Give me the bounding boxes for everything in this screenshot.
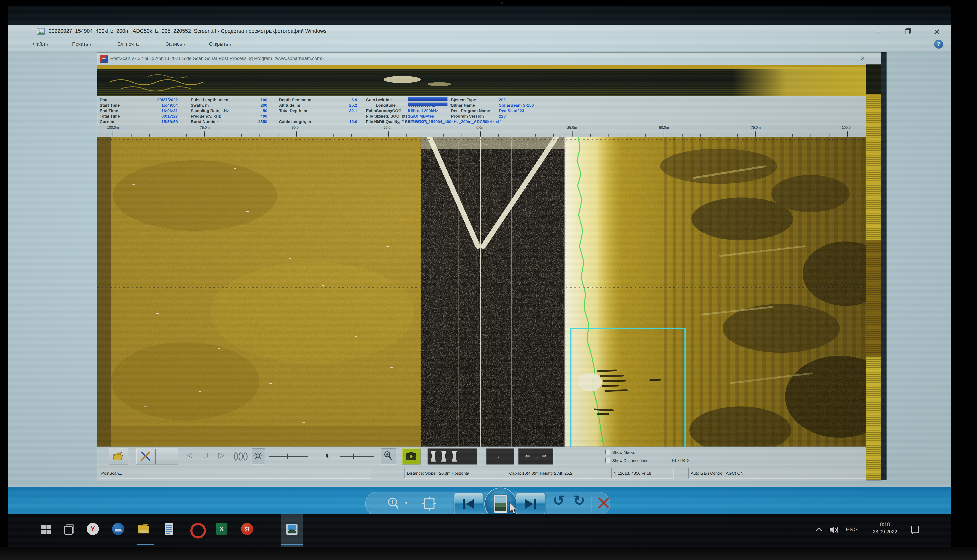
delete-icon[interactable] <box>597 496 610 510</box>
show-marks-checkbox[interactable] <box>605 450 610 455</box>
opera-icon[interactable] <box>190 523 206 538</box>
ruler-label: 50.0m <box>292 126 302 130</box>
yandex-browser-icon[interactable]: Y <box>87 523 99 535</box>
contrast-icon[interactable]: ◐ <box>325 450 331 460</box>
brightness-slider[interactable] <box>269 456 308 457</box>
yandex-app-icon[interactable]: Я <box>241 523 253 535</box>
fit-size-icon[interactable] <box>422 496 437 511</box>
chevron-down-icon: ▾ <box>90 43 92 47</box>
chevron-down-icon: ▾ <box>183 43 185 47</box>
ruler-minor-ticks <box>97 134 866 137</box>
previous-button[interactable] <box>454 493 483 515</box>
document-viewer-icon[interactable] <box>164 523 178 537</box>
show-marks-row[interactable]: Show Marks <box>605 450 635 455</box>
rotate-ccw-icon[interactable]: ↺ <box>553 492 565 508</box>
status-distance: Distance: Slope= 20.3m Horizonta <box>405 468 509 478</box>
menu-print[interactable]: Печать▾ <box>72 41 91 47</box>
slider-handle[interactable] <box>353 453 354 459</box>
close-icon: × <box>860 54 865 62</box>
contrast-slider[interactable] <box>340 456 374 457</box>
postscan-app-icon <box>100 55 108 63</box>
postscan-statusbar: PostScan... Distance: Slope= 20.3m Horiz… <box>97 466 866 481</box>
menu-burn[interactable]: Запись▾ <box>166 41 185 47</box>
telemetry-system-group: System Type202 Sonar NameSonarBeam S-150… <box>451 97 588 119</box>
file-explorer-icon[interactable] <box>138 523 152 537</box>
brightness-button[interactable] <box>252 448 265 465</box>
tray-date: 28.09.2022 <box>865 529 905 535</box>
notification-icon[interactable] <box>911 526 919 533</box>
capture-button[interactable] <box>402 448 420 465</box>
arrows-inward-icon: →← <box>494 453 506 459</box>
chevron-down-icon: ▾ <box>47 43 48 47</box>
photo-viewer-app-icon <box>37 28 45 35</box>
minimize-button[interactable] <box>871 27 885 36</box>
photo-viewer-task-button[interactable] <box>281 514 303 547</box>
menu-open[interactable]: Открыть▾ <box>209 41 231 47</box>
show-distance-row[interactable]: Show Distance Line <box>605 458 649 463</box>
chevron-down-icon: ▾ <box>230 43 231 47</box>
volume-icon[interactable] <box>829 525 839 535</box>
ruler-label: 25.0m <box>567 126 577 130</box>
slider-handle[interactable] <box>287 453 288 459</box>
mouse-cursor <box>509 502 519 515</box>
controls-divider <box>591 495 592 512</box>
tray-clock[interactable]: 8:18 28.09.2022 <box>865 521 905 535</box>
blank-button[interactable] <box>156 448 178 465</box>
tools-button[interactable] <box>137 448 156 465</box>
close-button[interactable] <box>930 27 944 36</box>
menu-file[interactable]: Файл▾ <box>33 41 48 47</box>
slideshow-icon <box>494 495 507 513</box>
arrows-outward-icon: ⇐→←⇒ <box>525 453 547 459</box>
close-icon <box>934 29 940 35</box>
postscan-close-button[interactable]: × <box>860 54 872 63</box>
slant-correction-button[interactable]: →← <box>486 448 514 465</box>
tif-right-edge <box>881 52 887 480</box>
excel-icon[interactable]: X <box>216 523 227 535</box>
waterfall-view-button[interactable] <box>428 448 477 465</box>
camera-icon <box>406 452 417 460</box>
start-button[interactable] <box>40 523 54 537</box>
help-button[interactable]: ? <box>934 40 943 48</box>
rotate-cw-icon[interactable]: ↻ <box>573 492 585 508</box>
fast-forward-icon[interactable] <box>233 452 249 461</box>
status-cable: Cable: 10(4.3)m Height=2 Alt=25.2 <box>507 468 613 478</box>
telemetry-pulse-group: Pulse Length, usec100 Swath, m200 Sampli… <box>191 97 267 124</box>
zoom-button[interactable] <box>381 448 396 465</box>
restore-button[interactable] <box>900 27 914 36</box>
tif-image: PostScan v7.32 build Apr 13 2021 Side Sc… <box>97 52 887 480</box>
gain-bar-bottom <box>408 103 447 106</box>
task-view-button[interactable] <box>63 523 77 537</box>
show-distance-checkbox[interactable] <box>605 458 610 463</box>
preview-bright-right <box>732 67 866 96</box>
next-icon <box>524 498 538 510</box>
sonar-waterfall[interactable] <box>97 137 866 447</box>
tools-icon <box>140 451 151 462</box>
waterfall-panel-icon <box>450 451 458 462</box>
status-counts: N:12613, 4850 Fr:18 <box>611 468 674 478</box>
zoom-icon[interactable] <box>387 496 402 511</box>
windows-taskbar: Y X Я <box>8 514 951 547</box>
stop-icon[interactable]: □ <box>203 450 207 459</box>
tray-language[interactable]: ENG <box>846 527 858 533</box>
tray-chevron-icon[interactable] <box>817 527 822 532</box>
zoom-magnifier-icon <box>383 451 393 461</box>
brightness-sun-icon <box>253 452 262 460</box>
status-app: PostScan... <box>99 468 371 478</box>
menu-email[interactable]: Эл. почта <box>117 41 140 47</box>
expand-correction-button[interactable]: ⇐→←⇒ <box>519 448 554 465</box>
ruler-label: 100.0m <box>107 126 119 130</box>
blue-round-app-icon[interactable] <box>112 523 124 535</box>
ruler-label: 75.0m <box>200 126 210 130</box>
ruler-label: 25.0m <box>383 126 393 130</box>
postscan-window: PostScan v7.32 build Apr 13 2021 Side Sc… <box>97 52 881 480</box>
zoom-dropdown-icon[interactable]: ▼ <box>404 501 408 505</box>
next-button[interactable] <box>516 493 545 515</box>
open-file-button[interactable] <box>109 448 128 465</box>
telemetry-time-group: Date09/27/2022 Start Time15:49:04 End Ti… <box>100 97 178 124</box>
play-icon[interactable]: ▷ <box>218 450 225 459</box>
help-icon: ? <box>937 41 940 47</box>
active-underline <box>137 543 154 545</box>
photo-viewer-icon <box>286 524 298 535</box>
desktop-top-strip <box>8 6 951 25</box>
step-back-icon[interactable]: ◁ <box>187 450 193 459</box>
